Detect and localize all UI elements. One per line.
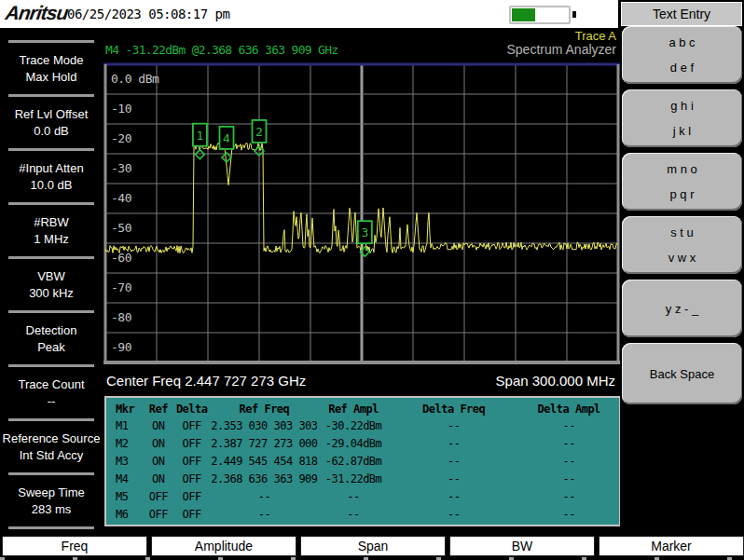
table-cell: -- — [389, 437, 518, 450]
table-cell: OFF — [144, 490, 173, 503]
table-cell: ON — [144, 437, 173, 450]
keypad-title: Text Entry — [621, 2, 742, 26]
datetime-text: 06/25/2023 05:08:17 pm — [67, 7, 229, 21]
sidebar-item-label: 10.0 dB — [31, 178, 73, 192]
sidebar-item: Trace Count-- — [0, 367, 103, 418]
keypad-button[interactable]: s t uv w x — [622, 216, 742, 274]
trace-label: Trace A — [575, 29, 616, 43]
sidebar-item: VBW300 kHz — [0, 259, 103, 310]
battery-icon — [509, 6, 571, 24]
center-freq-label: Center Freq 2.447 727 273 GHz — [106, 373, 306, 389]
nav-button-bw[interactable]: BW — [449, 536, 595, 556]
table-cell: OFF — [173, 508, 211, 521]
table-cell: OFF — [173, 419, 211, 432]
sidebar-item-label: 283 ms — [32, 502, 72, 516]
table-cell: M3 — [106, 455, 144, 468]
table-cell: ON — [144, 472, 173, 485]
sidebar-item: Reference SourceInt Std Accy — [0, 421, 103, 472]
analyzer-screen: Anritsu 06/25/2023 05:08:17 pm Trace A S… — [0, 0, 744, 560]
table-cell: OFF — [173, 455, 211, 468]
sidebar-item-label: Trace Mode — [20, 53, 84, 67]
table-cell: -- — [518, 419, 619, 432]
table-cell: M6 — [106, 508, 144, 521]
table-cell: -29.04dBm — [318, 437, 389, 450]
table-cell: -- — [211, 508, 319, 521]
keypad-button-label: y z - _ — [666, 302, 698, 316]
table-header-cell: Ref Ampl — [318, 403, 389, 416]
sidebar-separator — [8, 526, 94, 529]
table-cell: 2.353 030 303 303 — [211, 419, 319, 432]
keypad-button-label: p q r — [669, 187, 694, 201]
svg-text:2: 2 — [255, 125, 263, 139]
table-cell: -- — [518, 508, 619, 521]
table-cell: M2 — [106, 437, 144, 450]
svg-text:0.0 dBm: 0.0 dBm — [111, 72, 159, 86]
table-cell: OFF — [144, 508, 173, 521]
svg-text:-40: -40 — [111, 191, 131, 205]
sidebar-item-label: Detection — [26, 323, 77, 337]
sidebar-item-label: Peak — [37, 340, 65, 354]
table-cell: OFF — [173, 490, 211, 503]
sidebar-item: #RBW1 MHz — [0, 205, 103, 256]
table-cell: -30.22dBm — [318, 419, 389, 432]
table-cell: -- — [389, 490, 518, 503]
sidebar-item-label: 1 MHz — [34, 232, 69, 246]
table-row: M4ONOFF2.368 636 363 909-31.22dBm---- — [106, 470, 619, 487]
nav-button-amplitude[interactable]: Amplitude — [151, 536, 296, 556]
sidebar-item-label: -- — [48, 394, 56, 408]
sidebar-item-label: Sweep Time — [18, 485, 85, 499]
sidebar-item-label: 0.0 dB — [34, 124, 69, 138]
table-row: M3ONOFF2.449 545 454 818-62.87dBm---- — [106, 452, 619, 470]
keypad-button-label: m n o — [667, 162, 697, 176]
table-cell: -- — [518, 455, 619, 468]
freq-bar: Center Freq 2.447 727 273 GHz Span 300.0… — [103, 372, 618, 390]
battery-level — [512, 8, 535, 21]
svg-text:-10: -10 — [111, 102, 131, 116]
nav-button-span[interactable]: Span — [300, 536, 446, 556]
svg-text:-90: -90 — [111, 340, 131, 354]
sidebar-item-label: Int Std Accy — [20, 448, 84, 462]
table-cell: -62.87dBm — [318, 455, 389, 468]
table-header-cell: Delta Ampl — [518, 403, 619, 416]
keypad-button-label: d e f — [670, 61, 694, 75]
keypad-button-label: j k l — [673, 124, 692, 138]
table-header-row: MkrRefDeltaRef FreqRef AmplDelta FreqDel… — [106, 401, 619, 417]
svg-text:3: 3 — [361, 225, 368, 239]
table-cell: -- — [389, 419, 518, 432]
table-cell: 2.387 727 273 000 — [211, 437, 319, 450]
keypad-button[interactable]: Back Space — [622, 343, 742, 404]
table-cell: M1 — [106, 419, 144, 432]
keypad-button-label: g h i — [670, 99, 694, 113]
keypad-button[interactable]: g h ij k l — [622, 89, 742, 147]
spectrum-plot: 0.0 dBm-10-20-30-40-50-60-70-80-90 1 2 3… — [103, 62, 620, 365]
table-cell: -- — [211, 490, 319, 503]
battery-terminal — [572, 11, 576, 18]
top-bar: Anritsu 06/25/2023 05:08:17 pm — [0, 0, 618, 28]
sidebar-item: Sweep Time283 ms — [0, 475, 103, 526]
sidebar-item-label: VBW — [37, 269, 65, 283]
table-header-cell: Mkr — [106, 403, 144, 416]
span-label: Span 300.000 MHz — [496, 373, 615, 389]
keypad-button[interactable]: a b cd e f — [622, 26, 742, 84]
sidebar-item-label: Reference Source — [3, 431, 101, 445]
sidebar-item: Ref Lvl Offset0.0 dB — [0, 97, 103, 148]
sidebar-item-label: #Input Atten — [19, 161, 83, 175]
keypad-button-label: a b c — [668, 35, 695, 49]
sidebar-item-label: Max Hold — [26, 70, 77, 84]
table-cell: -- — [389, 508, 518, 521]
table-cell: 2.368 636 363 909 — [211, 472, 319, 485]
nav-button-marker[interactable]: Marker — [599, 536, 744, 556]
keypad-button-label: s t u — [670, 225, 694, 239]
nav-button-freq[interactable]: Freq — [2, 536, 147, 556]
table-header-cell: Delta — [173, 403, 211, 416]
svg-text:4: 4 — [223, 131, 230, 145]
anritsu-logo: Anritsu — [4, 2, 69, 24]
keypad-button[interactable]: y z - _ — [622, 280, 742, 337]
table-header-cell: Ref Freq — [211, 403, 319, 416]
marker-table: MkrRefDeltaRef FreqRef AmplDelta FreqDel… — [104, 396, 621, 526]
keypad-button[interactable]: m n op q r — [622, 153, 742, 211]
keypad-button-label: Back Space — [650, 367, 714, 381]
table-cell: -- — [518, 490, 619, 503]
table-row: M2ONOFF2.387 727 273 000-29.04dBm---- — [106, 434, 619, 452]
table-cell: -- — [518, 437, 619, 450]
